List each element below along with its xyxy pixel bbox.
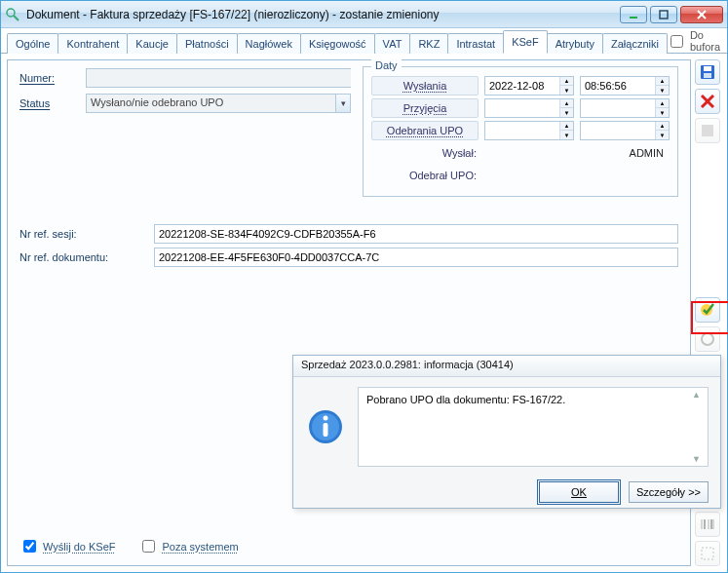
status-field[interactable]: Wysłano/nie odebrano UPO [86,94,335,113]
svg-rect-3 [660,11,668,19]
spinner-icon[interactable]: ▲▼ [559,77,573,95]
wyslij-ksef-checkbox[interactable]: Wyślij do KSeF [19,537,115,555]
wyslal-value: ADMIN [484,147,670,159]
poza-systemem-input[interactable] [142,540,155,553]
wyslania-date[interactable]: 2022-12-08▲▼ [484,76,574,96]
svg-rect-22 [702,548,713,559]
close-button[interactable] [680,6,723,23]
barcode-button [695,512,720,537]
tab-vat[interactable]: VAT [374,33,411,54]
do-bufora-checkbox[interactable]: Do bufora [667,29,724,53]
numer-field[interactable] [86,68,351,88]
info-icon [305,387,346,467]
daty-group: Daty Wysłania 2022-12-08▲▼ 08:56:56▲▼ Pr… [363,66,678,197]
dialog-message-box: Pobrano UPO dla dokumentu: FS-167/22. ▲▼ [358,387,709,467]
svg-rect-26 [324,423,328,437]
tab-ogolne[interactable]: Ogólne [7,33,58,54]
spinner-icon[interactable]: ▲▼ [655,77,669,95]
svg-point-0 [7,9,15,17]
svg-rect-7 [704,66,711,71]
status-dropdown-icon[interactable]: ▾ [335,94,351,113]
spinner-icon[interactable]: ▲▼ [559,122,573,139]
dialog-message: Pobrano UPO dla dokumentu: FS-167/22. [366,394,565,405]
titlebar: Dokument - Faktura sprzedaży [FS-167/22]… [1,1,727,28]
refs-group: Nr ref. sesji: Nr ref. dokumentu: [19,224,678,267]
numer-label: Numer: [19,72,78,84]
daty-legend: Daty [371,59,402,71]
poza-systemem-checkbox[interactable]: Poza systemem [138,537,238,555]
tab-intrastat[interactable]: Intrastat [447,33,504,54]
save-button[interactable] [695,59,720,85]
spinner-icon[interactable]: ▲▼ [559,99,573,117]
dialog-title: Sprzedaż 2023.0.0.2981: informacja (3041… [293,356,720,377]
odebrania-label[interactable]: Odebrania UPO [371,121,479,140]
tab-atrybuty[interactable]: Atrybuty [547,33,603,54]
maximize-button[interactable] [650,6,677,23]
tab-platnosci[interactable]: Płatności [176,33,238,54]
do-bufora-input[interactable] [671,35,683,48]
svg-point-25 [324,416,328,421]
tab-zalaczniki[interactable]: Załączniki [602,33,668,54]
app-icon [5,7,20,22]
refresh-button [695,326,720,352]
tab-kontrahent[interactable]: Kontrahent [57,33,128,54]
wyslal-label: Wysłał: [371,143,479,163]
tab-rkz[interactable]: RKZ [409,33,448,54]
delete-button[interactable] [695,89,720,114]
ref-dokumentu-label: Nr ref. dokumentu: [19,251,146,263]
przyjecia-date[interactable]: ▲▼ [484,98,574,118]
spinner-icon[interactable]: ▲▼ [655,122,669,139]
details-button[interactable]: Szczegóły >> [629,481,709,503]
tab-ksiegowosc[interactable]: Księgowość [300,33,375,54]
wyslij-ksef-input[interactable] [23,540,36,553]
wyslania-label[interactable]: Wysłania [371,76,479,96]
side-button-3 [695,118,720,143]
info-dialog: Sprzedaż 2023.0.0.2981: informacja (3041… [292,355,721,509]
spinner-icon[interactable]: ▲▼ [655,99,669,117]
odebrania-date[interactable]: ▲▼ [484,121,574,140]
przyjecia-time[interactable]: ▲▼ [580,98,670,118]
check-button[interactable] [695,297,720,323]
svg-rect-11 [702,125,713,136]
status-label: Status [19,97,78,109]
window-title: Dokument - Faktura sprzedaży [FS-167/22]… [26,8,614,21]
ref-sesji-label: Nr ref. sesji: [19,228,146,240]
tab-ksef[interactable]: KSeF [503,30,548,54]
side-button-last [695,541,720,566]
odebrania-time[interactable]: ▲▼ [580,121,670,140]
do-bufora-label: Do bufora [690,29,720,53]
wyslania-time[interactable]: 08:56:56▲▼ [580,76,670,96]
ref-dokumentu-input[interactable] [154,248,678,267]
svg-point-13 [702,333,713,345]
bottom-checkboxes: Wyślij do KSeF Poza systemem [19,537,239,555]
odebral-label: Odebrał UPO: [371,166,479,185]
svg-line-1 [14,16,19,20]
dialog-scrollbar[interactable]: ▲▼ [692,390,706,464]
minimize-button[interactable] [620,6,647,23]
tab-kaucje[interactable]: Kaucje [127,33,177,54]
tabstrip: Ogólne Kontrahent Kaucje Płatności Nagłó… [1,28,727,54]
przyjecia-label[interactable]: Przyjęcia [371,98,479,118]
ref-sesji-input[interactable] [154,224,678,244]
tab-naglowek[interactable]: Nagłówek [237,33,301,54]
ok-button[interactable]: OK [539,481,619,503]
svg-rect-8 [704,73,711,78]
